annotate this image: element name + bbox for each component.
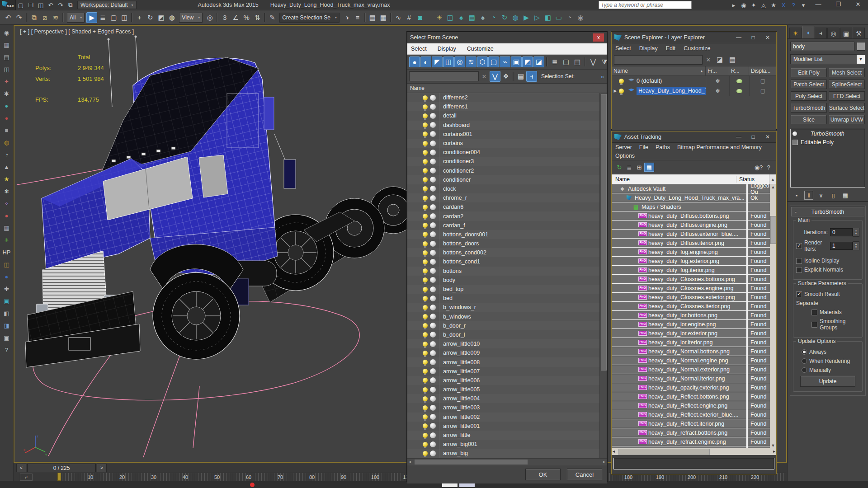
iterative-render-icon[interactable]: ↻: [499, 12, 510, 23]
viewport-label[interactable]: [ + ] [ Perspective ] [ Shaded + Edged F…: [20, 28, 134, 35]
scene-object-row[interactable]: arrow_big: [407, 449, 607, 458]
display-geometry-icon[interactable]: ●: [409, 56, 420, 67]
undo-icon[interactable]: ↶: [3, 12, 14, 23]
scene-object-row[interactable]: conditioner: [407, 175, 607, 184]
workspace-dropdown[interactable]: Workspace: Default▾: [77, 1, 137, 9]
find-input[interactable]: [409, 71, 479, 81]
redo-icon[interactable]: ↷: [14, 12, 24, 23]
scroll-right-icon[interactable]: ▸: [603, 459, 605, 464]
scene-object-row[interactable]: conditioner3: [407, 157, 607, 166]
visibility-bulb-icon[interactable]: [423, 287, 428, 292]
scrollbar-thumb[interactable]: [415, 460, 528, 465]
hp-tool-icon[interactable]: HP: [2, 248, 11, 256]
minimize-button[interactable]: —: [808, 0, 828, 8]
object-name-field[interactable]: body: [790, 42, 854, 51]
heavy_duty_fog.iterior.png[interactable]: heavy_duty_fog.iterior.png Found: [612, 266, 776, 275]
heavy_duty_ior.engine.png[interactable]: heavy_duty_ior.engine.png Found: [612, 320, 776, 329]
pin-stack-icon[interactable]: ▪: [792, 191, 801, 200]
render-camera-icon[interactable]: ◫: [445, 12, 456, 23]
display-cameras-icon[interactable]: ◫: [443, 56, 454, 67]
when-rendering-radio[interactable]: [802, 358, 807, 364]
help-dropdown-icon[interactable]: ▾: [798, 1, 808, 9]
scene-object-row[interactable]: bed_top: [407, 285, 607, 294]
red-sphere-icon[interactable]: ●: [2, 114, 11, 122]
menu-item[interactable]: Server: [615, 144, 632, 150]
explicit-normals-checkbox[interactable]: [796, 267, 802, 273]
scene-object-row[interactable]: cardan2: [407, 211, 607, 221]
reference-coordinate-dropdown[interactable]: View▾: [179, 13, 203, 23]
heavy_duty_Reflect.iterior.png[interactable]: heavy_duty_Reflect.iterior.png Found: [612, 419, 776, 428]
update-button[interactable]: Update: [800, 376, 855, 387]
mirror-icon[interactable]: ◑: [341, 12, 352, 23]
scene-object-row[interactable]: conditioner004: [407, 148, 607, 157]
display-lights-icon[interactable]: ◤: [432, 56, 443, 67]
heavy_duty_opacity.exterior.png[interactable]: heavy_duty_opacity.exterior.png Found: [612, 383, 776, 392]
scroll-up-icon[interactable]: ▲: [769, 174, 776, 184]
visibility-bulb-icon[interactable]: [423, 268, 428, 273]
scene-object-row[interactable]: cardan_f: [407, 221, 607, 230]
Editable Poly[interactable]: Editable Poly: [791, 138, 865, 146]
scene-object-row[interactable]: arrow_little005: [407, 385, 607, 394]
scene-object-row[interactable]: b_door_r: [407, 321, 607, 330]
star-shape-icon[interactable]: ★: [2, 175, 11, 183]
visibility-bulb-icon[interactable]: [423, 141, 428, 146]
visibility-bulb-icon[interactable]: [423, 168, 428, 173]
heavy_duty_Normal.iterior.png[interactable]: heavy_duty_Normal.iterior.png Found: [612, 374, 776, 383]
align-icon[interactable]: ≡: [352, 12, 363, 23]
scene-object-row[interactable]: bed: [407, 294, 607, 303]
3dsmax-logo[interactable]: MAX: [0, 0, 16, 10]
heavy_duty_fog.engine.png[interactable]: heavy_duty_fog.engine.png Found: [612, 248, 776, 257]
favorites-icon[interactable]: ★: [769, 1, 778, 9]
Maps / Shaders[interactable]: Maps / Shaders: [612, 202, 776, 211]
visibility-bulb-icon[interactable]: [423, 232, 428, 237]
smoothing-groups-checkbox[interactable]: [811, 322, 817, 328]
window-title-bar[interactable]: Scene Explorer - Layer Explorer — □ ✕: [612, 32, 776, 43]
render-iters-spinner[interactable]: 1 ▲▼: [830, 241, 859, 250]
visibility-bulb-icon[interactable]: [619, 89, 624, 94]
select-and-rotate-icon[interactable]: ↻: [145, 12, 156, 23]
close-icon[interactable]: x: [593, 33, 604, 42]
new-file-icon[interactable]: ▢: [16, 1, 26, 9]
scrollbar-thumb[interactable]: [601, 94, 607, 371]
help-icon[interactable]: ?: [788, 1, 798, 9]
time-slider-handle[interactable]: [57, 473, 61, 481]
scroll-down-icon[interactable]: ▼: [770, 443, 776, 448]
spinner-snap-icon[interactable]: ⇅: [252, 12, 263, 23]
heavy_duty_ior.iterior.png[interactable]: heavy_duty_ior.iterior.png Found: [612, 338, 776, 347]
activeshade-icon[interactable]: ◧: [542, 12, 553, 23]
close-icon[interactable]: ✕: [762, 133, 774, 141]
menu-item[interactable]: Select: [615, 45, 631, 52]
scene-object-row[interactable]: detail: [407, 111, 607, 120]
display-groups-icon[interactable]: ⬡: [477, 56, 488, 67]
visibility-bulb-icon[interactable]: [423, 95, 428, 100]
display-frozen-icon[interactable]: ◩: [522, 56, 533, 67]
smooth-result-checkbox[interactable]: [796, 291, 802, 297]
render-setup-icon[interactable]: ☀: [434, 12, 445, 23]
vertical-scrollbar[interactable]: ▲ ▼: [770, 184, 776, 448]
visibility-bulb-icon[interactable]: [423, 122, 428, 127]
percent-snap-icon[interactable]: %: [241, 12, 252, 23]
menu-item[interactable]: Customize: [467, 46, 494, 52]
render-production-icon[interactable]: ▶: [521, 12, 532, 23]
display-helpers-icon[interactable]: ◎: [454, 56, 465, 67]
schematic-view-icon[interactable]: #: [404, 12, 415, 23]
0 (default)[interactable]: 0 (default) ❄ ▢: [612, 76, 776, 86]
visibility-bulb-icon[interactable]: [423, 223, 428, 228]
heavy_duty_Normal.bottons.png[interactable]: heavy_duty_Normal.bottons.png Found: [612, 347, 776, 356]
box-primitive-icon[interactable]: ■: [2, 126, 11, 134]
visibility-bulb-icon[interactable]: [423, 332, 428, 337]
tree-view-icon[interactable]: ⊞: [634, 163, 644, 172]
visibility-bulb-icon[interactable]: [423, 396, 428, 401]
viewport-config-icon[interactable]: ◉: [2, 28, 11, 37]
heavy_duty_refract.bottons.png[interactable]: heavy_duty_refract.bottons.png Found: [612, 428, 776, 437]
ok-button[interactable]: OK: [525, 469, 561, 480]
clear-search-icon[interactable]: ✕: [480, 73, 488, 80]
list-view-icon[interactable]: ≣: [624, 163, 634, 172]
light-tracer-icon[interactable]: ♠: [477, 12, 488, 23]
display-containers-icon[interactable]: ▣: [511, 56, 522, 67]
rectangular-selection-icon[interactable]: ▢: [108, 12, 119, 23]
modifier-preset-button[interactable]: Edit Poly: [791, 68, 827, 77]
clear-search-icon[interactable]: ✕: [704, 56, 712, 63]
sphere-primitive-icon[interactable]: ◔: [2, 150, 11, 159]
scene-object-row[interactable]: clock: [407, 184, 607, 193]
